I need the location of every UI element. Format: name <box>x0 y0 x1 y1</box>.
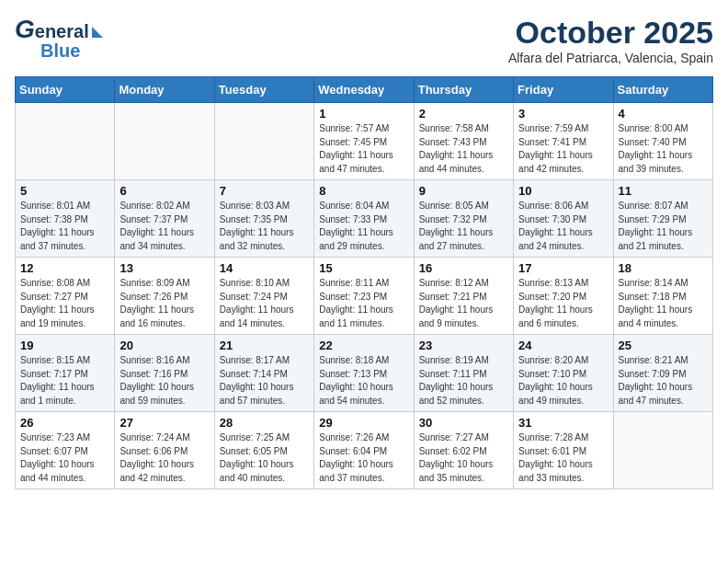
logo-eneral: eneral <box>35 21 89 42</box>
calendar-cell: 10Sunrise: 8:06 AM Sunset: 7:30 PM Dayli… <box>514 180 613 258</box>
calendar-cell: 31Sunrise: 7:28 AM Sunset: 6:01 PM Dayli… <box>514 412 613 489</box>
calendar-cell: 18Sunrise: 8:14 AM Sunset: 7:18 PM Dayli… <box>613 258 712 335</box>
day-info: Sunrise: 7:28 AM Sunset: 6:01 PM Dayligh… <box>518 431 608 485</box>
logo-blue: Blue <box>40 40 80 62</box>
location-title: Alfara del Patriarca, Valencia, Spain <box>508 51 713 65</box>
day-number: 2 <box>419 107 508 121</box>
day-number: 12 <box>20 261 109 275</box>
day-info: Sunrise: 8:03 AM Sunset: 7:35 PM Dayligh… <box>220 200 309 253</box>
calendar-cell: 1Sunrise: 7:57 AM Sunset: 7:45 PM Daylig… <box>314 103 414 180</box>
day-info: Sunrise: 8:15 AM Sunset: 7:17 PM Dayligh… <box>20 354 109 408</box>
day-info: Sunrise: 8:00 AM Sunset: 7:40 PM Dayligh… <box>619 122 708 176</box>
day-info: Sunrise: 7:24 AM Sunset: 6:06 PM Dayligh… <box>119 431 209 485</box>
calendar-cell: 16Sunrise: 8:12 AM Sunset: 7:21 PM Dayli… <box>414 258 513 335</box>
calendar-cell: 5Sunrise: 8:01 AM Sunset: 7:38 PM Daylig… <box>16 180 115 258</box>
day-header-tuesday: Tuesday <box>214 77 313 103</box>
day-info: Sunrise: 8:01 AM Sunset: 7:38 PM Dayligh… <box>20 200 109 253</box>
calendar-cell: 12Sunrise: 8:08 AM Sunset: 7:27 PM Dayli… <box>16 258 115 335</box>
day-number: 21 <box>220 339 309 352</box>
day-info: Sunrise: 8:10 AM Sunset: 7:24 PM Dayligh… <box>220 277 309 330</box>
calendar-cell: 2Sunrise: 7:58 AM Sunset: 7:43 PM Daylig… <box>414 103 513 180</box>
day-number: 9 <box>419 184 508 198</box>
day-header-sunday: Sunday <box>16 77 115 103</box>
day-number: 26 <box>20 416 109 430</box>
calendar-cell: 7Sunrise: 8:03 AM Sunset: 7:35 PM Daylig… <box>214 180 313 258</box>
calendar-cell: 8Sunrise: 8:04 AM Sunset: 7:33 PM Daylig… <box>314 180 414 258</box>
day-number: 16 <box>419 261 508 275</box>
day-number: 15 <box>319 261 408 275</box>
day-number: 8 <box>319 184 408 198</box>
day-number: 3 <box>518 107 608 121</box>
page-header: G eneral Blue October 2025 Alfara del Pa… <box>15 15 713 65</box>
calendar-cell: 11Sunrise: 8:07 AM Sunset: 7:29 PM Dayli… <box>613 180 712 258</box>
calendar-cell <box>613 412 712 489</box>
logo-triangle-icon <box>92 27 103 38</box>
day-header-monday: Monday <box>115 77 214 103</box>
day-number: 23 <box>419 339 508 352</box>
month-title: October 2025 <box>508 15 713 51</box>
day-info: Sunrise: 8:04 AM Sunset: 7:33 PM Dayligh… <box>319 200 408 253</box>
calendar-cell <box>214 103 313 180</box>
calendar-cell: 27Sunrise: 7:24 AM Sunset: 6:06 PM Dayli… <box>115 412 214 489</box>
calendar-cell <box>16 103 115 180</box>
day-info: Sunrise: 7:23 AM Sunset: 6:07 PM Dayligh… <box>20 431 109 485</box>
day-info: Sunrise: 8:21 AM Sunset: 7:09 PM Dayligh… <box>619 354 708 408</box>
day-number: 28 <box>220 416 309 430</box>
day-info: Sunrise: 7:26 AM Sunset: 6:04 PM Dayligh… <box>319 431 408 485</box>
day-info: Sunrise: 8:17 AM Sunset: 7:14 PM Dayligh… <box>220 354 309 408</box>
day-number: 5 <box>20 184 109 198</box>
day-info: Sunrise: 8:06 AM Sunset: 7:30 PM Dayligh… <box>518 200 608 253</box>
calendar-cell: 15Sunrise: 8:11 AM Sunset: 7:23 PM Dayli… <box>314 258 414 335</box>
day-number: 20 <box>119 339 209 352</box>
title-block: October 2025 Alfara del Patriarca, Valen… <box>508 15 713 65</box>
calendar-cell: 25Sunrise: 8:21 AM Sunset: 7:09 PM Dayli… <box>613 335 712 412</box>
day-header-saturday: Saturday <box>613 77 712 103</box>
calendar-cell: 6Sunrise: 8:02 AM Sunset: 7:37 PM Daylig… <box>115 180 214 258</box>
day-info: Sunrise: 8:14 AM Sunset: 7:18 PM Dayligh… <box>619 277 708 330</box>
day-info: Sunrise: 7:57 AM Sunset: 7:45 PM Dayligh… <box>319 122 408 176</box>
day-number: 25 <box>619 339 708 352</box>
calendar-cell: 17Sunrise: 8:13 AM Sunset: 7:20 PM Dayli… <box>514 258 613 335</box>
day-info: Sunrise: 8:18 AM Sunset: 7:13 PM Dayligh… <box>319 354 408 408</box>
calendar-cell: 4Sunrise: 8:00 AM Sunset: 7:40 PM Daylig… <box>613 103 712 180</box>
day-number: 27 <box>119 416 209 430</box>
calendar-week-row: 1Sunrise: 7:57 AM Sunset: 7:45 PM Daylig… <box>16 103 713 180</box>
day-info: Sunrise: 7:27 AM Sunset: 6:02 PM Dayligh… <box>419 431 508 485</box>
day-info: Sunrise: 7:25 AM Sunset: 6:05 PM Dayligh… <box>220 431 309 485</box>
day-number: 30 <box>419 416 508 430</box>
day-number: 22 <box>319 339 408 352</box>
day-number: 7 <box>220 184 309 198</box>
calendar-week-row: 19Sunrise: 8:15 AM Sunset: 7:17 PM Dayli… <box>16 335 713 412</box>
day-info: Sunrise: 8:11 AM Sunset: 7:23 PM Dayligh… <box>319 277 408 330</box>
day-header-thursday: Thursday <box>414 77 513 103</box>
calendar-cell: 14Sunrise: 8:10 AM Sunset: 7:24 PM Dayli… <box>214 258 313 335</box>
day-info: Sunrise: 8:19 AM Sunset: 7:11 PM Dayligh… <box>419 354 508 408</box>
day-info: Sunrise: 8:13 AM Sunset: 7:20 PM Dayligh… <box>518 277 608 330</box>
day-number: 29 <box>319 416 408 430</box>
day-info: Sunrise: 8:02 AM Sunset: 7:37 PM Dayligh… <box>119 200 209 253</box>
calendar-week-row: 5Sunrise: 8:01 AM Sunset: 7:38 PM Daylig… <box>16 180 713 258</box>
day-info: Sunrise: 7:58 AM Sunset: 7:43 PM Dayligh… <box>419 122 508 176</box>
logo-g: G <box>15 15 35 44</box>
day-number: 24 <box>518 339 608 352</box>
calendar-cell <box>115 103 214 180</box>
calendar-cell: 22Sunrise: 8:18 AM Sunset: 7:13 PM Dayli… <box>314 335 414 412</box>
calendar-cell: 13Sunrise: 8:09 AM Sunset: 7:26 PM Dayli… <box>115 258 214 335</box>
day-info: Sunrise: 8:07 AM Sunset: 7:29 PM Dayligh… <box>619 200 708 253</box>
day-info: Sunrise: 8:20 AM Sunset: 7:10 PM Dayligh… <box>518 354 608 408</box>
day-info: Sunrise: 7:59 AM Sunset: 7:41 PM Dayligh… <box>518 122 608 176</box>
day-number: 13 <box>119 261 209 275</box>
calendar-cell: 9Sunrise: 8:05 AM Sunset: 7:32 PM Daylig… <box>414 180 513 258</box>
day-info: Sunrise: 8:09 AM Sunset: 7:26 PM Dayligh… <box>119 277 209 330</box>
day-number: 11 <box>619 184 708 198</box>
calendar-cell: 29Sunrise: 7:26 AM Sunset: 6:04 PM Dayli… <box>314 412 414 489</box>
day-number: 14 <box>220 261 309 275</box>
calendar-cell: 20Sunrise: 8:16 AM Sunset: 7:16 PM Dayli… <box>115 335 214 412</box>
calendar-cell: 26Sunrise: 7:23 AM Sunset: 6:07 PM Dayli… <box>16 412 115 489</box>
logo: G eneral Blue <box>15 15 103 62</box>
calendar-cell: 24Sunrise: 8:20 AM Sunset: 7:10 PM Dayli… <box>514 335 613 412</box>
calendar-cell: 3Sunrise: 7:59 AM Sunset: 7:41 PM Daylig… <box>514 103 613 180</box>
day-number: 1 <box>319 107 408 121</box>
day-number: 19 <box>20 339 109 352</box>
day-header-friday: Friday <box>514 77 613 103</box>
